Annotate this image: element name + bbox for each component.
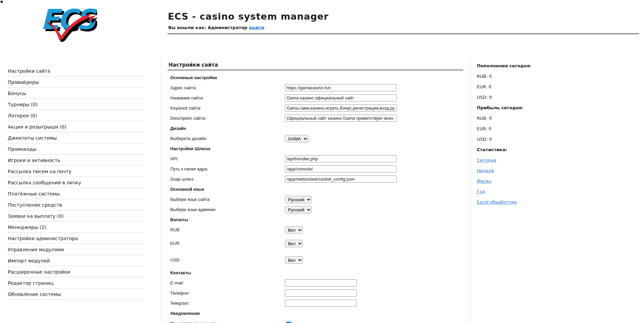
- sidebar-item-advanced-settings[interactable]: Расширенные настройки: [8, 269, 145, 277]
- label-soap-gateway: Soap шлюз:: [170, 177, 194, 182]
- label-api-path: API:: [170, 156, 179, 161]
- input-email[interactable]: [285, 279, 357, 286]
- section-header-gateway-settings: Настройки Шлюза: [170, 146, 210, 151]
- row-api-path: API:: [168, 155, 465, 163]
- sidebar-item-promocodes[interactable]: Промокоды: [8, 146, 145, 155]
- login-status-label: Вы вошли как: Администратор: [168, 25, 247, 30]
- sidebar-item-system-update[interactable]: Обновление системы: [8, 291, 145, 300]
- input-site-name[interactable]: [285, 94, 397, 101]
- row-site-language: Выбери язык сайтаРусский: [168, 196, 465, 203]
- label-site-name: Название сайта:: [170, 95, 204, 100]
- row-soap-gateway: Soap шлюз:: [168, 176, 465, 183]
- sidebar-item-module-import[interactable]: Импорт модулей: [8, 258, 145, 266]
- row-site-description: Description сайта:: [168, 115, 465, 122]
- sidebar-item-promotions[interactable]: Акции и розыгрыши (0): [8, 124, 145, 132]
- stats-header-deposits-today: Пополнения сегодня:: [477, 63, 561, 70]
- input-telegram[interactable]: [285, 300, 357, 307]
- row-deposit-notify: При пополнение счета:: [168, 320, 465, 323]
- sidebar-item-module-management[interactable]: Управление модулями: [8, 247, 145, 255]
- row-main-language: Основной язык: [168, 186, 465, 193]
- sidebar: Настройки сайтаПровайдерыБонусыТурниры (…: [8, 68, 145, 302]
- select-admin-language[interactable]: Русский: [285, 206, 312, 213]
- row-core-folder-path: Путь к папке ядра:: [168, 165, 465, 173]
- stats-header-profit-today: Прибыль сегодня:: [477, 105, 561, 112]
- row-telegram: Telegram:: [168, 300, 465, 307]
- stats-value-profit-today-1: EUR: 0: [477, 126, 561, 133]
- row-site-address: Адрес сайта:: [168, 84, 465, 92]
- section-header-main-settings: Основные настройки: [170, 75, 217, 80]
- row-currencies: Валюты: [168, 216, 465, 224]
- stats-link-row-excel-handler: Excel обработчик: [477, 200, 561, 207]
- stats-value-profit-today-2: USD: 0: [477, 137, 561, 144]
- sidebar-item-providers[interactable]: Провайдеры: [8, 79, 145, 88]
- stats-link-week[interactable]: Неделя: [477, 168, 494, 173]
- row-email: E-mail:: [168, 279, 465, 287]
- input-site-description[interactable]: [285, 115, 397, 122]
- stats-link-row-year: Год: [477, 189, 561, 196]
- section-header-design: Дизайн: [170, 126, 186, 131]
- sidebar-item-jackpots[interactable]: Джекпоты системы: [8, 135, 145, 143]
- input-soap-gateway[interactable]: [285, 176, 397, 183]
- checkbox-deposit-notify[interactable]: [286, 322, 291, 323]
- form-rows: Основные настройкиАдрес сайта:Название с…: [168, 74, 465, 323]
- section-header-contacts: Контакты: [170, 270, 191, 275]
- label-deposit-notify: При пополнение счета:: [170, 321, 218, 323]
- sidebar-item-players-activity[interactable]: Игроки и активность: [8, 157, 145, 166]
- sidebar-item-tournaments[interactable]: Турниры (0): [8, 101, 145, 110]
- label-site-language: Выбери язык сайта: [170, 197, 209, 202]
- stats-link-excel-handler[interactable]: Excel обработчик: [477, 200, 517, 205]
- select-eur-toggle[interactable]: Вкл: [285, 240, 303, 247]
- label-usd-toggle: USD: [170, 257, 179, 262]
- stats-link-month[interactable]: Месяц: [477, 179, 491, 184]
- row-notifications: Уведомления: [168, 310, 465, 317]
- header-divider: [168, 33, 639, 34]
- label-phone: Телефон:: [170, 291, 190, 296]
- sidebar-item-bonuses[interactable]: Бонусы: [8, 90, 145, 99]
- sidebar-item-incoming-funds[interactable]: Поступление средств: [8, 202, 145, 210]
- sidebar-item-managers[interactable]: Менеджеры (2): [8, 224, 145, 233]
- row-main-settings: Основные настройки: [168, 74, 465, 82]
- sidebar-item-page-editor[interactable]: Редактор страниц: [8, 280, 145, 289]
- label-email: E-mail:: [170, 280, 184, 285]
- settings-form: Настройки сайта Основные настройкиАдрес …: [168, 62, 465, 323]
- label-rub-toggle: RUB: [170, 227, 179, 232]
- row-design: Дизайн: [168, 125, 465, 132]
- login-status: Вы вошли как: Администратор выйти: [168, 25, 264, 30]
- app-title: ECS - casino system manager: [168, 11, 329, 22]
- sidebar-item-site-settings[interactable]: Настройки сайта: [8, 68, 145, 76]
- select-design-select[interactable]: GAMA: [285, 135, 308, 142]
- row-rub-toggle: RUBВкл: [168, 226, 465, 234]
- stats-value-deposits-today-0: RUB: 0: [477, 74, 561, 81]
- stats-link-today[interactable]: Сегодня: [477, 158, 496, 163]
- sidebar-item-lotteries[interactable]: Лотереи (0): [8, 113, 145, 121]
- logout-link[interactable]: выйти: [249, 25, 264, 30]
- sidebar-item-pm-mailing[interactable]: Рассылка сообщений в личку: [8, 180, 145, 188]
- sidebar-item-admin-settings[interactable]: Настройки администратора: [8, 235, 145, 244]
- row-admin-language: Выбери язык админкиРусский: [168, 206, 465, 213]
- stats-link-row-month: Месяц: [477, 179, 561, 186]
- label-admin-language: Выбери язык админки: [170, 207, 215, 212]
- stats-value-profit-today-0: RUB: 0: [477, 116, 561, 123]
- corner-mark: [1, 1, 3, 3]
- input-site-keywords[interactable]: [285, 105, 397, 112]
- select-usd-toggle[interactable]: Вкл: [285, 256, 303, 264]
- stats-header-statistics: Статистика:: [477, 147, 561, 154]
- row-site-keywords: Keyword сайта:: [168, 105, 465, 112]
- page-title: Настройки сайта: [168, 62, 465, 68]
- main-left-divider: [161, 59, 161, 323]
- select-site-language[interactable]: Русский: [285, 196, 312, 203]
- input-phone[interactable]: [285, 290, 357, 297]
- row-site-name: Название сайта:: [168, 94, 465, 102]
- stats-link-year[interactable]: Год: [477, 189, 485, 194]
- input-core-folder-path[interactable]: [285, 165, 397, 172]
- ecs-logo: ECS ECS: [38, 4, 97, 42]
- sidebar-item-email-mailing[interactable]: Рассылка писем на почту: [8, 168, 145, 177]
- input-api-path[interactable]: [285, 155, 397, 162]
- select-rub-toggle[interactable]: Вкл: [285, 226, 303, 234]
- input-site-address[interactable]: [285, 84, 397, 91]
- sidebar-item-payout-requests[interactable]: Заявки на выплату (0): [8, 213, 145, 222]
- section-header-notifications: Уведомления: [170, 311, 200, 316]
- stats-panel: Пополнения сегодня:RUB: 0EUR: 0USD: 0При…: [477, 63, 561, 210]
- sidebar-item-payment-systems[interactable]: Платёжные системы: [8, 191, 145, 199]
- stats-value-deposits-today-1: EUR: 0: [477, 84, 561, 91]
